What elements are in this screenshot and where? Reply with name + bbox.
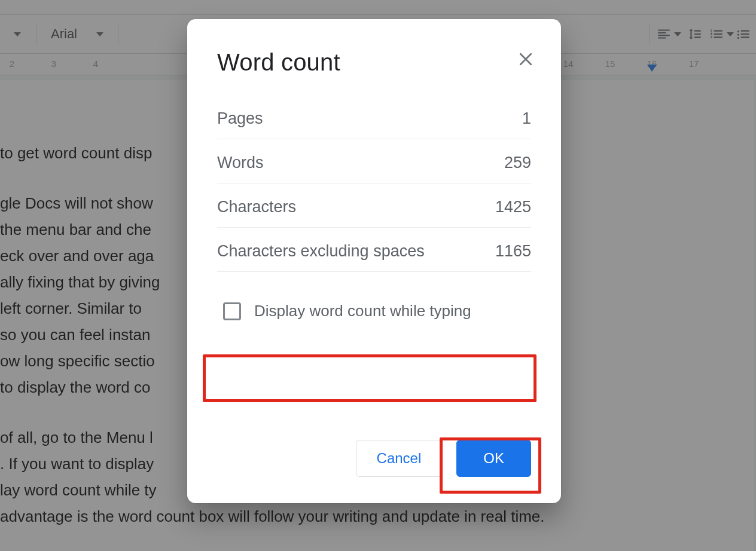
stat-value: 1425 [495,198,531,216]
stat-value: 259 [504,154,531,172]
stat-row-characters-no-spaces: Characters excluding spaces 1165 [217,228,531,272]
stat-label: Characters excluding spaces [217,242,425,261]
close-button[interactable] [517,50,535,68]
stat-value: 1 [522,109,531,128]
ok-button[interactable]: OK [456,440,531,477]
stat-label: Characters [217,198,296,216]
close-icon [517,50,535,68]
dialog-title: Word count [217,49,531,76]
word-count-stats: Pages 1 Words 259 Characters 1425 Charac… [217,107,531,272]
stat-value: 1165 [495,242,531,261]
stat-row-words: Words 259 [217,139,531,183]
dialog-actions: Cancel OK [356,440,531,477]
stat-row-characters: Characters 1425 [217,183,531,228]
stat-label: Pages [217,109,263,128]
word-count-dialog: Word count Pages 1 Words 259 Characters … [187,19,561,503]
cancel-button[interactable]: Cancel [356,440,443,477]
checkbox-label: Display word count while typing [254,302,471,320]
checkbox-unchecked[interactable] [223,302,241,320]
stat-row-pages: Pages 1 [217,107,531,139]
stat-label: Words [217,154,264,172]
display-while-typing-option[interactable]: Display word count while typing [217,293,531,329]
